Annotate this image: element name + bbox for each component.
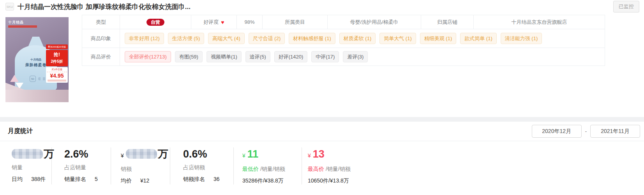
stat-column: 0.6%占店销额销额排名36 [170,147,234,184]
rating-label-cell: 好评度 ♥ [191,15,237,29]
stat-sub-row: 均价¥12 [121,177,170,184]
stat-label: 销额 [121,166,170,173]
info-row-impressions: 商品印象 非常好用 (12)生活方便 (5)高端大气 (4)尺寸合适 (2)材料… [82,29,605,48]
promo-flash-line1: 抢! [46,51,68,58]
stat-label-main: 销额 [121,166,132,172]
promo-price-note: 买1件仅需 [47,68,67,72]
review-filter-tag[interactable]: 全部评价(12713) [125,51,171,62]
self-operated-badge: 自营 [146,19,164,26]
stat-sub-row: 35286件/¥38.8万 [242,177,302,184]
impression-tag[interactable]: 高端大气 (4) [208,33,245,44]
stat-column: ¥11最低价 /销量/销额35286件/¥38.8万 [234,147,302,184]
stat-sub-value: ¥12 [140,177,149,184]
category-label: 所属类目 [263,15,328,29]
review-filter-tag[interactable]: 差评(3) [343,51,368,62]
stat-sub-row: 日均388件 [12,176,51,183]
stat-sub-value: 5 [95,176,98,182]
stat-sub-label: 均价 [121,177,132,184]
impression-tag[interactable]: 精细美观 (1) [420,33,457,44]
stat-value: ¥13 [308,148,644,161]
stat-label: 占店销量 [64,164,111,171]
monthly-stats-row: 万销量日均388件2.6%占店销量销量排名5¥万销额均价¥120.6%占店销额销… [0,142,644,184]
stat-label: 占店销额 [183,164,233,171]
impression-tag[interactable]: 材质柔软 (1) [339,33,376,44]
date-to-picker[interactable]: 2021年11月 [590,125,640,138]
stat-label: 最高价 /销量/销额 [308,166,644,173]
stat-column: 2.6%占店销量销量排名5 [52,147,111,184]
stat-label-main: 最高价 [308,166,324,172]
type-value-cell: 自营 [120,15,191,29]
impression-tag[interactable]: 尺寸合适 (2) [249,33,285,44]
stat-sub-row: 销额排名36 [183,176,233,183]
floor [5,90,69,102]
stat-value: ¥11 [242,148,302,161]
stat-sub-label: 销量排名 [64,176,86,182]
reviews-label: 商品评价 [82,48,120,66]
impression-tag[interactable]: 款式简单 (1) [460,33,497,44]
review-filter-tag[interactable]: 有图(59) [175,51,203,62]
review-filter-tag[interactable]: 好评(1420) [274,51,308,62]
review-filter-tag[interactable]: 追评(5) [245,51,270,62]
review-filter-tag[interactable]: 中评(17) [311,51,339,62]
stat-sub-value: 10650件/¥13.8万 [308,177,349,184]
impression-tag[interactable]: 简单大气 (1) [379,33,416,44]
impression-tags: 非常好用 (12)生活方便 (5)高端大气 (4)尺寸合适 (2)材料触感舒服 … [120,29,605,48]
heart-icon: ♥ [221,19,224,25]
impression-tag[interactable]: 非常好用 (12) [125,33,164,44]
promo-time-bar [48,80,66,82]
stat-label: 最低价 /销量/销额 [242,166,302,173]
review-tags: 全部评价(12713)有图(59)视频晒单(1)追评(5)好评(1420)中评(… [120,48,605,66]
stat-value: 0.6% [183,148,233,160]
shop-value: 十月结晶京东自营旗舰店 [474,15,605,29]
stat-label: 销量 [12,164,51,171]
product-thumbnail[interactable]: 十月结晶 十月结晶 亲肤棉柔卷 50 叠加200减20京贴 抢! 2件5折 买1… [5,17,69,102]
date-range-separator: - [585,128,587,134]
sku-icon: SKU [5,3,14,11]
bag-count-badge: 50 [30,76,36,82]
stat-value-text: 2.6% [64,148,88,160]
info-row-basic: 类型 自营 好评度 ♥ 98% 所属类目 母婴/洗护用品/棉柔巾 归属店铺 十月… [82,15,605,29]
promo-coupon-badge: 叠加200减20京贴 [46,44,68,49]
promo-column: 叠加200减20京贴 抢! 2件5折 买1件仅需 ¥4.95 [46,44,68,83]
stat-column: ¥万销额均价¥12 [111,147,170,184]
blurred-value [126,149,157,159]
promo-price-box: 买1件仅需 ¥4.95 [46,67,68,83]
review-filter-tag[interactable]: 视频晒单(1) [206,51,242,62]
type-label: 类型 [82,15,120,29]
stat-value-text: 13 [313,148,325,160]
stat-label-main: 占店销额 [183,164,205,170]
promo-price: ¥4.95 [47,73,67,79]
decor-triangle [10,75,19,82]
page-title: 十月结晶一次性洗脸巾 加厚珍珠纹棉柔巾化妆棉女洗面巾... [18,2,191,11]
shop-label: 归属店铺 [421,15,474,29]
monthly-stats-header: 月度统计 2020年12月 - 2021年11月 [0,122,644,141]
page: SKU 十月结晶一次性洗脸巾 加厚珍珠纹棉柔巾化妆棉女洗面巾... 已监控 十月… [0,0,644,195]
impression-tag[interactable]: 清洁能力强 (1) [501,33,542,44]
stat-value-text: 0.6% [183,148,207,160]
stat-value-text: 万 [158,148,168,160]
currency-symbol: ¥ [242,152,245,159]
stat-value-text: 11 [247,148,259,160]
stat-sub-value: 35286件/¥38.8万 [242,177,284,184]
stat-sub-label: 销额排名 [183,176,205,182]
impression-tag[interactable]: 生活方便 (5) [168,33,205,44]
stat-column: ¥13最高价 /销量/销额10650件/¥13.8万 [302,147,644,184]
category-value: 母婴/洗护用品/棉柔巾 [328,15,421,29]
rating-label: 好评度 [203,19,219,26]
stat-label-rest: /销量/销额 [259,166,285,172]
info-row-reviews: 商品评价 全部评价(12713)有图(59)视频晒单(1)追评(5)好评(142… [82,48,605,66]
rating-value: 98% [237,15,263,29]
monthly-stats-title: 月度统计 [8,127,33,135]
stat-label-main: 占店销量 [64,164,86,170]
stat-sub-value: 388件 [31,176,46,182]
monitored-button[interactable]: 已监控 [613,1,639,12]
date-from-picker[interactable]: 2020年12月 [532,125,582,138]
stat-value: 2.6% [64,148,111,160]
stat-sub-label: 日均 [12,176,23,182]
stat-label-main: 销量 [12,164,23,170]
currency-symbol: ¥ [308,152,311,159]
impression-tag[interactable]: 材料触感舒服 (1) [289,33,335,44]
blurred-value [12,149,43,159]
title-bar: SKU 十月结晶一次性洗脸巾 加厚珍珠纹棉柔巾化妆棉女洗面巾... 已监控 [0,0,644,12]
currency-symbol: ¥ [121,152,124,159]
